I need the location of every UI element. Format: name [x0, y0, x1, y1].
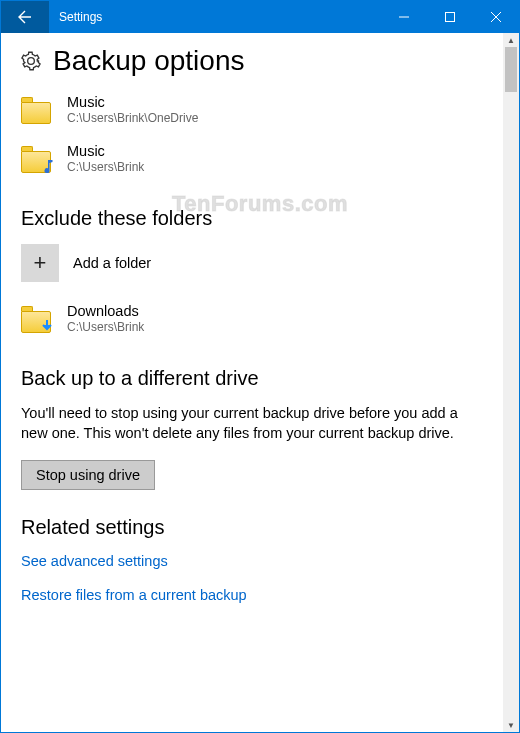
close-icon	[491, 12, 501, 22]
window-title: Settings	[49, 10, 381, 24]
different-drive-heading: Back up to a different drive	[21, 367, 483, 390]
back-arrow-icon	[17, 9, 33, 25]
scroll-up-arrow-icon[interactable]: ▲	[503, 33, 519, 47]
folder-path: C:\Users\Brink\OneDrive	[67, 111, 198, 126]
restore-files-link[interactable]: Restore files from a current backup	[21, 587, 483, 603]
minimize-button[interactable]	[381, 1, 427, 33]
advanced-settings-link[interactable]: See advanced settings	[21, 553, 483, 569]
folder-name: Music	[67, 142, 144, 160]
folder-download-icon	[21, 305, 53, 333]
folder-name: Music	[67, 93, 198, 111]
backup-folder-item[interactable]: Music C:\Users\Brink\OneDrive	[21, 87, 483, 132]
add-folder-button[interactable]: + Add a folder	[21, 244, 483, 282]
maximize-icon	[445, 12, 455, 22]
gear-icon	[21, 51, 41, 71]
download-arrow-icon	[39, 318, 55, 334]
folder-music-icon	[21, 145, 53, 173]
close-button[interactable]	[473, 1, 519, 33]
window-controls	[381, 1, 519, 33]
folder-path: C:\Users\Brink	[67, 160, 144, 175]
exclude-heading: Exclude these folders	[21, 207, 483, 230]
vertical-scrollbar[interactable]: ▲ ▼	[503, 33, 519, 732]
related-heading: Related settings	[21, 516, 483, 539]
excluded-folder-item[interactable]: Downloads C:\Users\Brink	[21, 296, 483, 341]
maximize-button[interactable]	[427, 1, 473, 33]
plus-icon: +	[21, 244, 59, 282]
backup-folder-item[interactable]: Music C:\Users\Brink	[21, 136, 483, 181]
folder-path: C:\Users\Brink	[67, 320, 144, 335]
music-note-icon	[39, 158, 55, 174]
svg-rect-0	[446, 13, 455, 22]
back-button[interactable]	[1, 1, 49, 33]
scroll-thumb[interactable]	[505, 47, 517, 92]
minimize-icon	[399, 12, 409, 22]
scroll-down-arrow-icon[interactable]: ▼	[503, 718, 519, 732]
add-folder-label: Add a folder	[73, 255, 151, 271]
folder-name: Downloads	[67, 302, 144, 320]
stop-using-drive-button[interactable]: Stop using drive	[21, 460, 155, 490]
different-drive-body: You'll need to stop using your current b…	[21, 404, 483, 443]
settings-window: Settings Backup options	[0, 0, 520, 733]
content-area: Backup options Music C:\Users\Brink\OneD…	[1, 33, 503, 732]
folder-icon	[21, 96, 53, 124]
titlebar: Settings	[1, 1, 519, 33]
page-title: Backup options	[53, 45, 244, 77]
